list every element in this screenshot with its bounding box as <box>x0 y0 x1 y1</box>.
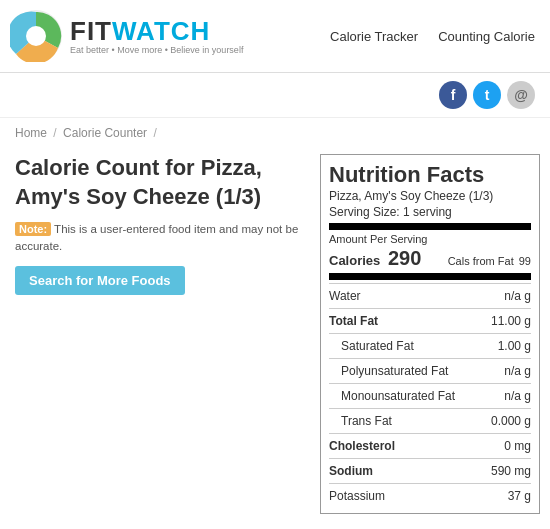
row-label-0: Water <box>329 289 361 303</box>
twitter-icon[interactable]: t <box>473 81 501 109</box>
divider-thick-mid <box>329 273 531 280</box>
row-divider-1 <box>329 308 531 309</box>
cals-from-fat: Cals from Fat 99 <box>448 255 531 267</box>
row-value-8: 37 g <box>508 489 531 503</box>
row-divider-4 <box>329 383 531 384</box>
nutrition-row-5: Trans Fat0.000 g <box>329 412 531 430</box>
email-icon[interactable]: @ <box>507 81 535 109</box>
row-label-2: Saturated Fat <box>341 339 414 353</box>
row-value-3: n/a g <box>504 364 531 378</box>
note-label: Note: <box>15 222 51 236</box>
nutrition-row-8: Potassium37 g <box>329 487 531 505</box>
nutrition-serving: Serving Size: 1 serving <box>329 205 531 219</box>
amount-per-serving-label: Amount Per Serving <box>329 233 531 245</box>
row-value-1: 11.00 g <box>491 314 531 328</box>
row-label-1: Total Fat <box>329 314 378 328</box>
search-for-more-foods-button[interactable]: Search for More Foods <box>15 266 185 295</box>
divider-thick-top <box>329 223 531 230</box>
row-value-7: 590 mg <box>491 464 531 478</box>
main-content: Calorie Count for Pizza, Amy's Soy Cheez… <box>0 144 550 524</box>
row-divider-0 <box>329 283 531 284</box>
nutrition-row-6: Cholesterol0 mg <box>329 437 531 455</box>
row-value-4: n/a g <box>504 389 531 403</box>
row-label-3: Polyunsaturated Fat <box>341 364 448 378</box>
cals-from-fat-value: 99 <box>519 255 531 267</box>
row-value-5: 0.000 g <box>491 414 531 428</box>
social-bar: f t @ <box>0 73 550 118</box>
nutrition-facts-title: Nutrition Facts <box>329 163 531 187</box>
breadcrumb-calorie-counter[interactable]: Calorie Counter <box>63 126 147 140</box>
logo-tagline: Eat better • Move more • Believe in your… <box>70 45 243 55</box>
breadcrumb-separator: / <box>53 126 56 140</box>
main-nav: Calorie Tracker Counting Calorie <box>330 29 535 44</box>
nutrition-row-3: Polyunsaturated Fatn/a g <box>329 362 531 380</box>
row-divider-3 <box>329 358 531 359</box>
page-title: Calorie Count for Pizza, Amy's Soy Cheez… <box>15 154 305 211</box>
row-value-2: 1.00 g <box>498 339 531 353</box>
calories-text: Calories <box>329 253 380 268</box>
nutrition-food-name: Pizza, Amy's Soy Cheeze (1/3) <box>329 189 531 203</box>
nutrition-row-2: Saturated Fat1.00 g <box>329 337 531 355</box>
logo-area: FITWATCH Eat better • Move more • Believ… <box>10 10 243 62</box>
row-label-5: Trans Fat <box>341 414 392 428</box>
logo-watch: WATCH <box>112 18 210 44</box>
note-box: Note:This is a user-entered food item an… <box>15 221 305 253</box>
logo-fit: FIT <box>70 18 112 44</box>
nutrition-panel: Nutrition Facts Pizza, Amy's Soy Cheeze … <box>320 154 540 514</box>
row-label-4: Monounsaturated Fat <box>341 389 455 403</box>
header: FITWATCH Eat better • Move more • Believ… <box>0 0 550 73</box>
breadcrumb-separator2: / <box>153 126 156 140</box>
row-label-7: Sodium <box>329 464 373 478</box>
serving-label: Serving Size: <box>329 205 400 219</box>
row-divider-7 <box>329 458 531 459</box>
nutrition-row-0: Watern/a g <box>329 287 531 305</box>
facebook-icon[interactable]: f <box>439 81 467 109</box>
cals-from-fat-label: Cals from Fat <box>448 255 514 267</box>
breadcrumb-home[interactable]: Home <box>15 126 47 140</box>
svg-point-1 <box>26 26 46 46</box>
row-divider-5 <box>329 408 531 409</box>
row-value-6: 0 mg <box>504 439 531 453</box>
row-divider-2 <box>329 333 531 334</box>
calories-row: Calories 290 Cals from Fat 99 <box>329 247 531 270</box>
row-divider-6 <box>329 433 531 434</box>
calories-label: Calories 290 <box>329 247 421 270</box>
breadcrumb: Home / Calorie Counter / <box>0 118 550 144</box>
logo-text: FITWATCH Eat better • Move more • Believ… <box>70 18 243 55</box>
fitwatch-logo-icon <box>10 10 62 62</box>
nav-counting-calorie[interactable]: Counting Calorie <box>438 29 535 44</box>
row-divider-8 <box>329 483 531 484</box>
serving-size: 1 serving <box>403 205 452 219</box>
nutrition-rows: Watern/a gTotal Fat11.00 gSaturated Fat1… <box>329 283 531 505</box>
row-value-0: n/a g <box>504 289 531 303</box>
nutrition-row-7: Sodium590 mg <box>329 462 531 480</box>
nutrition-row-1: Total Fat11.00 g <box>329 312 531 330</box>
nutrition-row-4: Monounsaturated Fatn/a g <box>329 387 531 405</box>
left-panel: Calorie Count for Pizza, Amy's Soy Cheez… <box>15 154 305 514</box>
note-text: This is a user-entered food item and may… <box>15 223 298 251</box>
row-label-8: Potassium <box>329 489 385 503</box>
row-label-6: Cholesterol <box>329 439 395 453</box>
nav-calorie-tracker[interactable]: Calorie Tracker <box>330 29 418 44</box>
calories-value: 290 <box>388 247 421 269</box>
